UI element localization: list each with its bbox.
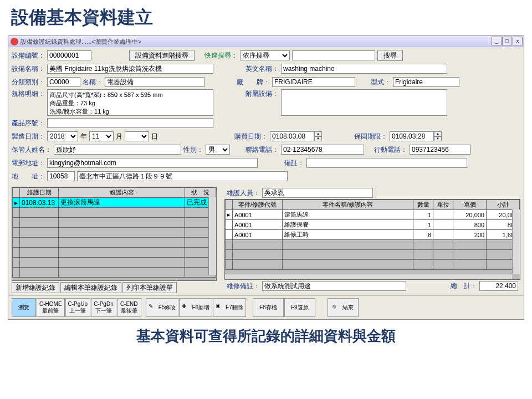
category-input[interactable]: [47, 77, 80, 87]
mobile-input[interactable]: [410, 145, 470, 155]
phone-input[interactable]: [281, 145, 364, 155]
app-icon: [11, 38, 18, 45]
table-row[interactable]: ▸ 0108.03.13 更換滾筒馬達 已完成: [13, 198, 216, 208]
f8-save-button[interactable]: F8存檔: [253, 298, 284, 317]
exit-icon: ⎋: [332, 303, 341, 312]
gender-select[interactable]: 男: [206, 145, 230, 155]
print-maintenance-button[interactable]: 列印本筆維護單: [122, 282, 177, 293]
label-maint-note: 維修備註：: [227, 282, 260, 291]
maint-note-input[interactable]: [262, 281, 406, 291]
f9-undo-button[interactable]: F9還原: [284, 298, 315, 317]
home-button[interactable]: C-HOME最前筆: [37, 298, 65, 317]
maint-person-input[interactable]: [262, 188, 373, 198]
spec-textarea[interactable]: 商品尺寸(高*寬*深)：850 x 587 x 595 mm 商品重量：73 k…: [47, 89, 213, 116]
col-unit: 單位: [433, 200, 453, 210]
warranty-up[interactable]: ▲: [434, 131, 442, 136]
col-part-name: 零件名稱/修護內容: [283, 200, 413, 210]
mfg-month-select[interactable]: 11: [89, 131, 114, 141]
exit-button[interactable]: ⎋結束: [328, 298, 359, 317]
col-subtotal: 小計: [487, 200, 520, 210]
attach-textarea[interactable]: [281, 89, 447, 116]
label-spec: 規格明細：: [12, 89, 45, 99]
label-mfg-date: 製造日期：: [12, 132, 45, 141]
label-equip-name: 設備名稱：: [12, 64, 45, 74]
cat-name-input[interactable]: [105, 77, 204, 87]
right-panel: 維護人員： 零件/修護代號 零件名稱/修護內容 數量 單位 單價 小計 ▸: [224, 187, 520, 294]
pgup-button[interactable]: C-PgUp上一筆: [65, 298, 91, 317]
label-year: 年: [80, 132, 87, 141]
en-name-input[interactable]: [281, 64, 447, 74]
label-note: 備註：: [284, 158, 304, 168]
f6-add-button[interactable]: ✚F6新增: [179, 298, 212, 317]
address-input[interactable]: [77, 171, 288, 181]
label-mobile: 行動電話：: [374, 145, 407, 155]
pgdn-button[interactable]: C-PgDn下一筆: [91, 298, 116, 317]
titlebar-text: 設備修護紀錄資料處理......<瀏覽作業處理中>: [21, 38, 141, 46]
label-phone: 聯絡電話：: [245, 145, 279, 155]
tables-area: 維護日期 維護內容 狀 況 ▸ 0108.03.13 更換滾筒馬達 已完成: [8, 186, 524, 295]
label-keeper: 保管人姓名：: [12, 145, 52, 155]
label-serial: 產品序號：: [12, 119, 45, 128]
col-price: 單價: [453, 200, 487, 210]
mfg-day-select[interactable]: [125, 131, 149, 141]
right-grid[interactable]: 零件/修護代號 零件名稱/修護內容 數量 單位 單價 小計 ▸ A0001 滾筒…: [224, 199, 520, 280]
label-email: 電郵地址：: [12, 158, 45, 168]
email-input[interactable]: [47, 158, 258, 168]
page-title: 設備基本資料建立: [0, 0, 532, 35]
label-equip-no: 設備編號：: [12, 51, 45, 60]
scrollbar-vertical[interactable]: [512, 209, 520, 274]
delete-icon: ✖: [216, 303, 224, 312]
left-grid[interactable]: 維護日期 維護內容 狀 況 ▸ 0108.03.13 更換滾筒馬達 已完成: [12, 187, 217, 281]
buy-date-input[interactable]: [270, 131, 314, 141]
close-button[interactable]: x: [513, 37, 523, 45]
scrollbar-horizontal[interactable]: [225, 274, 512, 279]
label-attach: 附屬設備：: [245, 89, 279, 99]
maximize-button[interactable]: □: [502, 37, 512, 45]
label-quick-search: 快速搜尋：: [204, 51, 238, 60]
edit-maintenance-button[interactable]: 編輯本筆維護紀錄: [60, 282, 121, 293]
zip-input[interactable]: [47, 171, 75, 181]
equip-name-input[interactable]: [47, 64, 213, 74]
browse-button[interactable]: 瀏覽: [12, 298, 36, 317]
table-row[interactable]: A0001 維護保養 1 800 800: [226, 220, 520, 230]
page-footer: 基本資料可查得所記錄的詳細資料與金額: [0, 320, 532, 352]
warranty-input[interactable]: [390, 131, 434, 141]
quick-search-input[interactable]: [292, 50, 375, 60]
brand-input[interactable]: [272, 77, 355, 87]
keeper-input[interactable]: [54, 145, 181, 155]
label-en-name: 英文名稱：: [245, 64, 279, 74]
col-status: 狀 況: [185, 188, 216, 198]
model-input[interactable]: [393, 77, 459, 87]
buy-date-up[interactable]: ▲: [314, 131, 322, 136]
label-model: 型式：: [371, 78, 391, 87]
label-maint-person: 維護人員：: [227, 188, 260, 198]
form-area: 設備編號： 設備資料進階搜尋 快速搜尋： 依序搜尋 搜尋 設備名稱： 英文名稱：…: [8, 47, 524, 186]
advanced-search-button[interactable]: 設備資料進階搜尋: [129, 50, 195, 61]
scrollbar-vertical[interactable]: [208, 197, 216, 275]
table-row[interactable]: ▸ A0001 滾筒馬達 1 20,000 20,000: [226, 210, 520, 220]
col-maint-content: 維護內容: [59, 188, 185, 198]
end-button[interactable]: C-END最後筆: [117, 298, 141, 317]
col-part-code: 零件/修護代號: [233, 200, 283, 210]
quick-search-mode[interactable]: 依序搜尋: [240, 50, 290, 60]
label-cat-name: 名稱：: [83, 78, 103, 87]
warranty-down[interactable]: ▼: [434, 136, 442, 141]
app-window: 設備修護紀錄資料處理......<瀏覽作業處理中> _ □ x 設備編號： 設備…: [8, 35, 524, 320]
f5-edit-button[interactable]: ✎F5修改: [146, 298, 179, 317]
left-panel: 維護日期 維護內容 狀 況 ▸ 0108.03.13 更換滾筒馬達 已完成: [12, 187, 222, 294]
titlebar: 設備修護紀錄資料處理......<瀏覽作業處理中> _ □ x: [8, 36, 524, 47]
f7-delete-button[interactable]: ✖F7刪除: [213, 298, 246, 317]
serial-input[interactable]: [47, 118, 213, 128]
label-gender: 性別：: [183, 145, 203, 155]
equip-no-input[interactable]: [47, 50, 91, 60]
note-input[interactable]: [306, 158, 467, 168]
buy-date-down[interactable]: ▼: [314, 136, 322, 141]
search-button[interactable]: 搜尋: [377, 50, 403, 61]
mfg-year-select[interactable]: 2018: [47, 131, 78, 141]
minimize-button[interactable]: _: [492, 37, 502, 45]
col-qty: 數量: [413, 200, 433, 210]
table-row[interactable]: A0001 維修工時 8 200 1,600: [226, 230, 520, 240]
add-maintenance-button[interactable]: 新增維護紀錄: [12, 282, 59, 293]
label-warranty: 保固期限：: [354, 132, 387, 141]
col-maint-date: 維護日期: [20, 188, 59, 198]
